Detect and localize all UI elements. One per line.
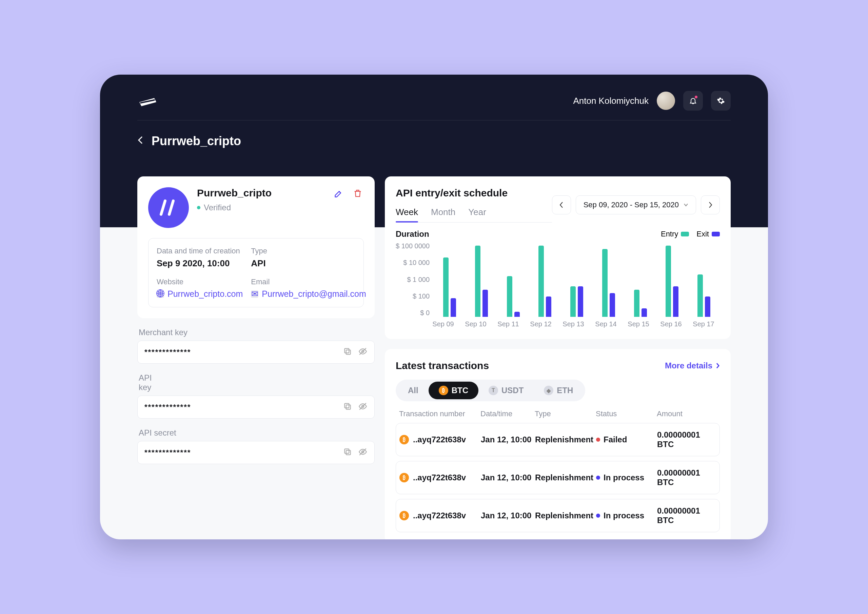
- toggle-api-key-button[interactable]: [358, 402, 367, 412]
- legend-exit-swatch-icon: [712, 232, 720, 236]
- email-value: Purrweb_cripto@gmail.com: [262, 289, 366, 299]
- logo: [137, 94, 159, 107]
- copy-merchant-key-button[interactable]: [343, 347, 352, 357]
- y-tick: $ 100: [412, 292, 429, 300]
- chart-area: $ 100 0000$ 10 000$ 1 000$ 100$ 0: [396, 242, 720, 317]
- breadcrumb: Purrweb_cripto: [137, 134, 731, 148]
- y-tick: $ 100 0000: [396, 242, 429, 250]
- tx-number: ₿..ayq722t638v: [400, 473, 481, 482]
- btc-icon: ₿: [439, 386, 448, 395]
- info-box: Data and time of creation Sep 9 2020, 10…: [148, 238, 364, 307]
- tx-amount: 0.00000001 BTC: [657, 506, 716, 525]
- merchant-key-label: Merchant key: [139, 328, 375, 337]
- api-key-value: *************: [144, 403, 191, 412]
- transactions-rows: ₿..ayq722t638vJan 12, 10:00Replenishment…: [396, 423, 720, 532]
- svg-rect-12: [346, 451, 350, 455]
- status-dot-icon: [596, 438, 600, 441]
- bar-entry: [538, 246, 544, 317]
- btc-icon: ₿: [400, 473, 409, 482]
- transaction-row[interactable]: ₿..ayq722t638vJan 12, 10:00Replenishment…: [396, 499, 720, 532]
- bar-group: [688, 274, 720, 317]
- chart-legend: Entry Exit: [661, 230, 720, 238]
- notification-dot-icon: [695, 96, 698, 98]
- tx-datetime: Jan 12, 10:00: [481, 473, 535, 482]
- copy-api-secret-button[interactable]: [343, 448, 352, 458]
- api-secret-label: API secret: [139, 428, 375, 438]
- more-details-link[interactable]: More details: [665, 361, 720, 370]
- website-link[interactable]: 🌐︎ Purrweb_cripto.com: [157, 289, 243, 299]
- transactions-card: Latest transactions More details All ₿BT…: [385, 349, 731, 539]
- x-tick: Sep 14: [590, 320, 622, 328]
- profile-card: Purrweb_cripto Verified: [137, 176, 375, 318]
- avatar[interactable]: [657, 92, 675, 110]
- merchant-key-section: Merchant key *************: [137, 326, 375, 364]
- date-range-controls: Sep 09, 2020 - Sep 15, 2020: [552, 195, 720, 215]
- right-column: API entry/exit schedule Week Month Year …: [385, 176, 731, 539]
- bar-group: [434, 258, 465, 317]
- chevron-right-icon: [716, 363, 720, 369]
- bar-entry: [602, 249, 608, 317]
- filter-all[interactable]: All: [398, 382, 429, 399]
- x-tick: Sep 12: [524, 320, 557, 328]
- schedule-tabs: Week Month Year: [396, 207, 552, 222]
- currency-filter: All ₿BTC TUSDT ◆ETH: [396, 379, 585, 401]
- tx-type: Replenishment: [535, 435, 596, 445]
- col-status: Status: [596, 409, 657, 418]
- bar-entry: [698, 274, 703, 317]
- legend-exit-label: Exit: [696, 230, 709, 238]
- svg-rect-5: [344, 348, 349, 353]
- email-link[interactable]: ✉︎ Purrweb_cripto@gmail.com: [251, 289, 366, 299]
- tab-year[interactable]: Year: [468, 207, 486, 222]
- created-value: Sep 9 2020, 10:00: [157, 258, 243, 269]
- x-tick: Sep 16: [655, 320, 687, 328]
- x-tick: Sep 10: [459, 320, 492, 328]
- svg-rect-9: [344, 403, 349, 408]
- copy-icon: [343, 402, 352, 411]
- mail-icon: ✉︎: [251, 291, 258, 298]
- range-prev-button[interactable]: [552, 195, 571, 215]
- edit-button[interactable]: [333, 187, 345, 199]
- website-value: Purrweb_cripto.com: [167, 289, 243, 299]
- x-tick: Sep 17: [687, 320, 720, 328]
- content: Purrweb_cripto Verified: [137, 176, 731, 539]
- globe-icon: 🌐︎: [157, 291, 164, 298]
- filter-eth[interactable]: ◆ETH: [534, 382, 583, 399]
- bar-exit: [451, 298, 456, 317]
- back-button[interactable]: [137, 135, 143, 147]
- verified-label: Verified: [204, 203, 231, 212]
- tab-month[interactable]: Month: [431, 207, 456, 222]
- tab-week[interactable]: Week: [396, 207, 418, 222]
- bar-group: [529, 246, 561, 317]
- toggle-merchant-key-button[interactable]: [358, 347, 367, 357]
- toggle-api-secret-button[interactable]: [358, 448, 367, 458]
- bar-group: [625, 290, 656, 317]
- date-range-picker[interactable]: Sep 09, 2020 - Sep 15, 2020: [576, 195, 696, 215]
- bar-exit: [673, 286, 679, 317]
- notifications-button[interactable]: [683, 91, 703, 110]
- transaction-row[interactable]: ₿..ayq722t638vJan 12, 10:00Replenishment…: [396, 461, 720, 494]
- settings-button[interactable]: [711, 91, 731, 110]
- range-next-button[interactable]: [701, 195, 720, 215]
- filter-usdt[interactable]: TUSDT: [478, 382, 534, 399]
- eye-off-icon: [358, 402, 367, 411]
- legend-entry-swatch-icon: [681, 232, 689, 236]
- website-label: Website: [157, 277, 243, 286]
- bar-exit: [546, 297, 551, 317]
- chevron-left-icon: [559, 202, 564, 208]
- chevron-down-icon: [684, 203, 688, 207]
- bar-entry: [507, 276, 512, 317]
- verified-dot-icon: [197, 206, 200, 209]
- created-label: Data and time of creation: [157, 247, 243, 255]
- transactions-title: Latest transactions: [396, 360, 489, 372]
- copy-api-key-button[interactable]: [343, 402, 352, 412]
- api-secret-value: *************: [144, 448, 191, 457]
- delete-button[interactable]: [352, 187, 364, 199]
- bar-exit: [610, 293, 615, 317]
- svg-rect-4: [346, 350, 350, 354]
- bar-exit: [578, 286, 583, 317]
- legend-entry-label: Entry: [661, 230, 678, 238]
- filter-btc[interactable]: ₿BTC: [429, 382, 478, 399]
- transaction-row[interactable]: ₿..ayq722t638vJan 12, 10:00Replenishment…: [396, 423, 720, 456]
- status-dot-icon: [596, 514, 600, 518]
- chart-bars: [434, 242, 720, 317]
